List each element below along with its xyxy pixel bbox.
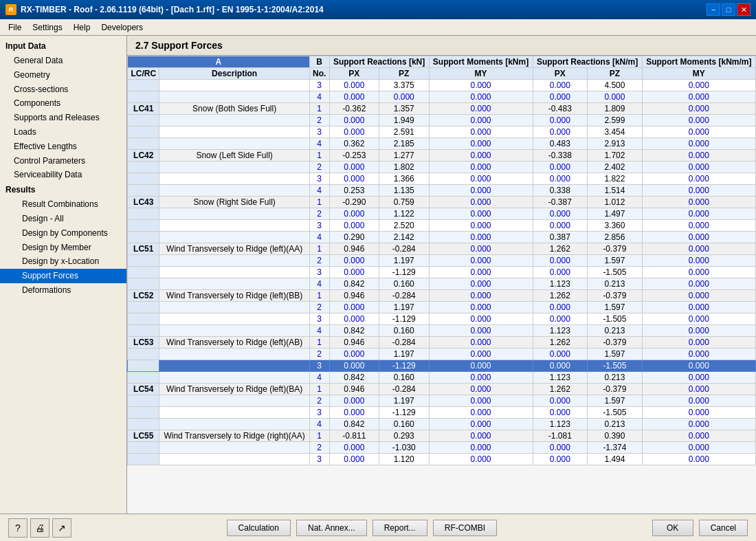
table-cell: 4 <box>309 185 329 197</box>
col-c-header: Support Reactions [kN] <box>329 56 429 68</box>
rf-combi-button[interactable]: RF-COMBI <box>433 520 497 536</box>
menu-help[interactable]: Help <box>68 20 96 35</box>
sidebar-item-supports-releases[interactable]: Supports and Releases <box>0 111 126 125</box>
fpx-header: PX <box>533 68 588 80</box>
table-cell: 0.000 <box>429 349 533 360</box>
help-icon-button[interactable]: ? <box>8 518 27 538</box>
table-cell: 0.000 <box>329 162 379 173</box>
menu-file[interactable]: File <box>3 20 27 35</box>
col-b-header: B <box>309 56 329 68</box>
table-cell: 0.000 <box>642 162 755 173</box>
nat-annex-button[interactable]: Nat. Annex... <box>296 520 367 536</box>
table-cell: 1.262 <box>533 337 588 349</box>
sidebar-item-design-member[interactable]: Design by Member <box>0 241 126 255</box>
table-cell: 0.000 <box>642 150 755 162</box>
table-cell: 1.597 <box>588 349 643 360</box>
table-cell: 2 <box>309 442 329 454</box>
cancel-button[interactable]: Cancel <box>699 520 748 536</box>
sidebar-item-general-data[interactable]: General Data <box>0 54 126 68</box>
table-container[interactable]: A B Support Reactions [kN] Support Momen… <box>127 56 756 514</box>
sidebar-item-serviceability[interactable]: Serviceability Data <box>0 168 126 182</box>
table-cell: 0.000 <box>329 91 379 103</box>
app-icon: R <box>5 4 16 15</box>
table-cell: 0.946 <box>329 290 379 302</box>
col-h-header: Support Moments [kNm/m] <box>642 56 755 68</box>
table-cell: 0.000 <box>429 255 533 267</box>
table-cell: 1.277 <box>379 150 429 162</box>
sidebar-item-deformations[interactable]: Deformations <box>0 283 126 298</box>
table-cell: 0.160 <box>379 419 429 430</box>
table-cell: 1.122 <box>379 208 429 220</box>
table-cell: 1.497 <box>588 208 643 220</box>
bottom-center-buttons: Calculation Nat. Annex... Report... RF-C… <box>227 520 497 536</box>
sidebar-item-cross-sections[interactable]: Cross-sections <box>0 82 126 97</box>
window-controls: − □ ✕ <box>707 3 751 16</box>
print-icon-button[interactable]: 🖨 <box>30 518 49 538</box>
sidebar-item-result-combinations[interactable]: Result Combinations <box>0 197 126 212</box>
table-cell: LC51 <box>128 243 159 255</box>
table-cell <box>159 232 309 243</box>
table-cell: 2 <box>309 255 329 267</box>
table-cell: 2 <box>309 302 329 313</box>
menu-developers[interactable]: Developers <box>96 20 148 35</box>
table-cell <box>159 302 309 313</box>
calculation-button[interactable]: Calculation <box>227 520 291 536</box>
table-cell: 1.123 <box>533 372 588 384</box>
table-cell: 0.000 <box>329 255 379 267</box>
maximize-button[interactable]: □ <box>722 3 735 16</box>
table-cell: 0.000 <box>329 126 379 138</box>
table-cell: 2.142 <box>379 232 429 243</box>
table-cell: 1.494 <box>588 454 643 465</box>
report-button[interactable]: Report... <box>373 520 427 536</box>
table-cell: -0.284 <box>379 384 429 395</box>
sidebar-item-design-all[interactable]: Design - All <box>0 212 126 226</box>
table-cell <box>159 138 309 150</box>
table-cell: 2.913 <box>588 138 643 150</box>
table-cell: 1.123 <box>533 325 588 337</box>
minimize-button[interactable]: − <box>707 3 720 16</box>
sidebar-item-geometry[interactable]: Geometry <box>0 68 126 82</box>
table-cell <box>159 173 309 185</box>
export-icon-button[interactable]: ↗ <box>52 518 71 538</box>
table-cell <box>128 220 159 232</box>
sidebar-item-components[interactable]: Components <box>0 96 126 111</box>
sidebar-item-effective-lengths[interactable]: Effective Lengths <box>0 140 126 154</box>
table-cell: 0.000 <box>429 302 533 313</box>
table-cell: LC42 <box>128 150 159 162</box>
table-cell: 0.946 <box>329 243 379 255</box>
table-cell: 0.000 <box>329 173 379 185</box>
table-cell: 3 <box>309 267 329 278</box>
table-cell: 0.000 <box>429 232 533 243</box>
table-cell: 0.000 <box>429 313 533 325</box>
table-cell: Wind Transversely to Ridge (left)(AB) <box>159 337 309 349</box>
ok-button[interactable]: OK <box>652 520 693 536</box>
table-cell: 0.000 <box>329 208 379 220</box>
bottom-bar: ? 🖨 ↗ Calculation Nat. Annex... Report..… <box>0 514 756 541</box>
table-cell: 0.000 <box>429 173 533 185</box>
table-cell: -0.253 <box>329 150 379 162</box>
table-cell: -0.290 <box>329 197 379 208</box>
table-cell: 0.000 <box>642 126 755 138</box>
sidebar-item-design-components[interactable]: Design by Components <box>0 226 126 241</box>
sidebar-item-control-parameters[interactable]: Control Parameters <box>0 154 126 168</box>
table-cell: 2 <box>309 349 329 360</box>
table-cell: 0.000 <box>429 80 533 91</box>
table-cell <box>159 407 309 419</box>
table-cell: 0.213 <box>588 325 643 337</box>
close-button[interactable]: ✕ <box>737 3 751 16</box>
table-cell: 3 <box>309 173 329 185</box>
menu-settings[interactable]: Settings <box>27 20 67 35</box>
sidebar-item-support-forces[interactable]: Support Forces <box>0 269 126 283</box>
table-cell: 0.387 <box>533 232 588 243</box>
table-cell: 3 <box>309 80 329 91</box>
table-cell <box>128 173 159 185</box>
table-cell: 1 <box>309 150 329 162</box>
table-cell: 0.842 <box>329 372 379 384</box>
sidebar-item-design-x-location[interactable]: Design by x-Location <box>0 254 126 269</box>
table-cell <box>159 313 309 325</box>
table-cell: -1.374 <box>588 442 643 454</box>
table-cell: 0.000 <box>642 220 755 232</box>
sidebar-item-loads[interactable]: Loads <box>0 125 126 140</box>
table-cell: 0.000 <box>533 80 588 91</box>
table-cell: 0.000 <box>533 360 588 372</box>
